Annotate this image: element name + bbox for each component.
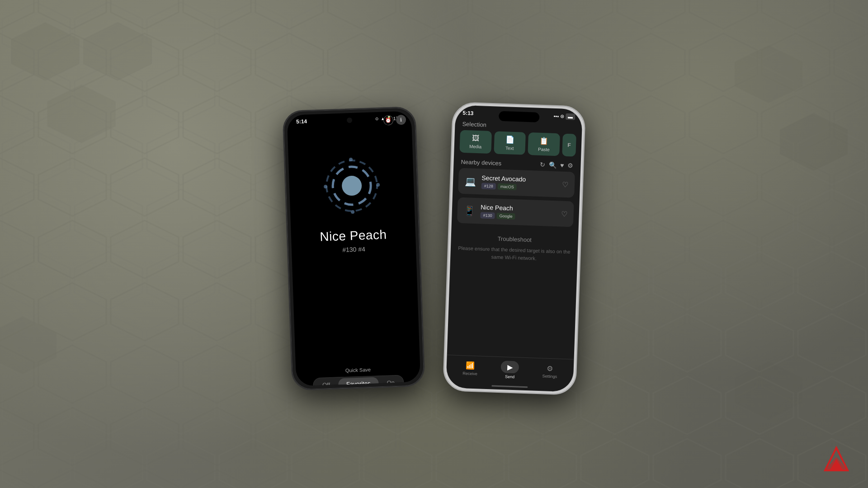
laptop-icon: 💻 bbox=[465, 176, 476, 187]
phones-container: 5:14 ⊙ ▲ 🔋 17% ⏰ ℹ bbox=[0, 0, 868, 488]
device-tags-avocado: #128 macOS bbox=[481, 183, 557, 192]
device-tags-nice-peach: #130 Google bbox=[480, 212, 555, 221]
device-info-avocado: Secret Avocado #128 macOS bbox=[481, 174, 557, 192]
nearby-devices-label: Nearby devices bbox=[461, 158, 501, 166]
device-name-nice-peach: Nice Peach bbox=[481, 203, 556, 213]
right-phone: 5:13 ▪▪▪ ⊛ ▬ Selection 🖼 Media bbox=[443, 102, 586, 395]
heart-avocado[interactable]: ♡ bbox=[562, 180, 569, 189]
right-nav-receive[interactable]: 📶 Receive bbox=[462, 361, 478, 376]
battery-icon-right: ▬ bbox=[566, 113, 575, 120]
right-bottom-nav: 📶 Receive ▶ Send ⚙ Settings bbox=[446, 355, 574, 383]
refresh-icon[interactable]: ↻ bbox=[540, 161, 546, 168]
left-phone-content: Nice Peach #130 #4 Quick Save Off Favori… bbox=[288, 122, 421, 386]
toggle-on[interactable]: On bbox=[378, 376, 403, 386]
media-btn[interactable]: 🖼 Media bbox=[459, 130, 491, 154]
wifi-icon: ⊙ bbox=[375, 117, 379, 121]
device-name-avocado: Secret Avocado bbox=[481, 174, 557, 184]
device-id: #130 #4 bbox=[342, 245, 365, 253]
device-card-secret-avocado: 💻 Secret Avocado #128 macOS ♡ bbox=[458, 168, 575, 198]
right-send-label: Send bbox=[505, 374, 514, 379]
dynamic-island bbox=[498, 111, 539, 122]
ap-logo bbox=[823, 446, 850, 474]
device-info-nice-peach: Nice Peach #130 Google bbox=[480, 203, 556, 221]
left-phone-screen: 5:14 ⊙ ▲ 🔋 17% ⏰ ℹ bbox=[287, 111, 421, 386]
paste-icon: 📋 bbox=[539, 136, 549, 145]
quick-save-section: Quick Save Off Favorites On bbox=[296, 365, 420, 386]
right-receive-label: Receive bbox=[462, 371, 477, 376]
device-card-nice-peach: 📱 Nice Peach #130 Google ♡ bbox=[457, 197, 574, 227]
extra-label: F bbox=[567, 142, 571, 148]
gear-nearby-icon[interactable]: ⚙ bbox=[567, 162, 574, 169]
text-icon: 📄 bbox=[505, 135, 515, 144]
signal-bars-icon: ▪▪▪ bbox=[553, 113, 559, 119]
troubleshoot-section: Troubleshoot Please ensure that the desi… bbox=[454, 226, 575, 267]
right-nav-settings[interactable]: ⚙ Settings bbox=[542, 364, 557, 379]
mobile-icon: 📱 bbox=[463, 205, 475, 216]
search-nearby-icon[interactable]: 🔍 bbox=[549, 161, 557, 169]
toggle-off[interactable]: Off bbox=[314, 378, 339, 386]
paste-label: Paste bbox=[538, 147, 550, 152]
settings-right-icon: ⚙ bbox=[547, 364, 553, 373]
send-right-icon: ▶ bbox=[507, 363, 513, 371]
paste-btn[interactable]: 📋 Paste bbox=[528, 132, 560, 156]
troubleshoot-title: Troubleshoot bbox=[458, 234, 571, 245]
troubleshoot-text: Please ensure that the desired target is… bbox=[458, 244, 571, 263]
nearby-device-icons: ↻ 🔍 ♥ ⚙ bbox=[540, 161, 574, 169]
svg-point-15 bbox=[351, 210, 354, 214]
text-btn[interactable]: 📄 Text bbox=[494, 131, 526, 155]
left-phone: 5:14 ⊙ ▲ 🔋 17% ⏰ ℹ bbox=[282, 106, 425, 391]
text-label: Text bbox=[505, 145, 514, 151]
wifi-icon-right: ⊛ bbox=[560, 113, 564, 119]
right-status-icons: ▪▪▪ ⊛ ▬ bbox=[553, 113, 575, 120]
right-phone-content: Selection 🖼 Media 📄 Text 📋 Paste bbox=[450, 117, 582, 267]
app-logo bbox=[321, 155, 382, 216]
info-icon[interactable]: ℹ bbox=[396, 115, 406, 125]
media-label: Media bbox=[469, 144, 482, 149]
tag-macos: macOS bbox=[498, 183, 517, 190]
tag-128: #128 bbox=[481, 183, 496, 189]
svg-point-11 bbox=[341, 175, 362, 196]
tag-130: #130 bbox=[480, 212, 495, 219]
media-icon: 🖼 bbox=[472, 134, 480, 143]
heart-nearby-icon[interactable]: ♥ bbox=[560, 161, 564, 169]
right-nav-send[interactable]: ▶ Send bbox=[500, 361, 519, 379]
heart-nice-peach[interactable]: ♡ bbox=[561, 210, 567, 218]
left-status-time: 5:14 bbox=[296, 118, 307, 125]
device-name: Nice Peach bbox=[320, 227, 387, 244]
wifi-receive-right-icon: 📶 bbox=[466, 361, 475, 370]
selection-row: 🖼 Media 📄 Text 📋 Paste F bbox=[458, 130, 578, 160]
toggle-favorites[interactable]: Favorites bbox=[338, 377, 379, 386]
right-status-time: 5:13 bbox=[462, 110, 474, 117]
quick-save-toggle[interactable]: Off Favorites On bbox=[312, 375, 404, 386]
quick-save-label: Quick Save bbox=[345, 367, 371, 373]
extra-btn[interactable]: F bbox=[562, 134, 576, 157]
top-right-icons: ⏰ ℹ bbox=[383, 115, 406, 126]
tag-google: Google bbox=[496, 213, 515, 220]
history-icon[interactable]: ⏰ bbox=[383, 115, 394, 126]
send-active-bg: ▶ bbox=[501, 361, 519, 373]
right-phone-screen: 5:13 ▪▪▪ ⊛ ▬ Selection 🖼 Media bbox=[446, 105, 583, 392]
right-home-indicator bbox=[491, 385, 528, 388]
right-settings-label: Settings bbox=[542, 374, 557, 379]
